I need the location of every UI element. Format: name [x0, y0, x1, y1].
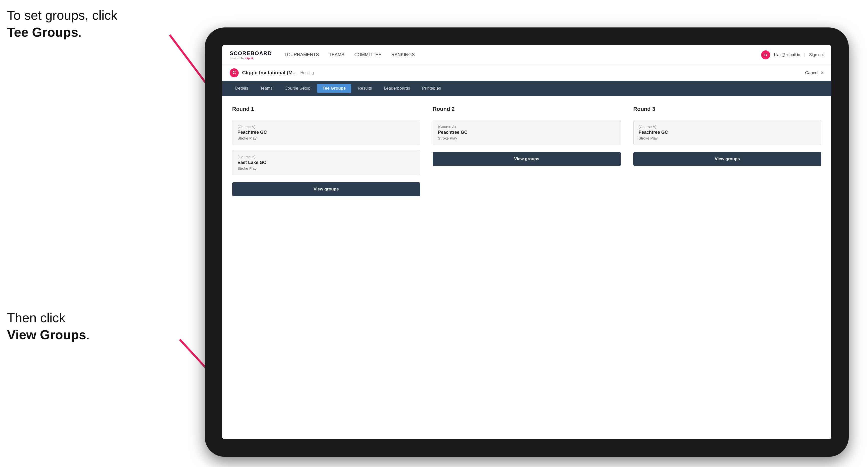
rounds-container: Round 1 (Course A) Peachtree GC Stroke P…: [232, 106, 821, 196]
round-1-section: Round 1 (Course A) Peachtree GC Stroke P…: [232, 106, 420, 196]
tab-teams[interactable]: Teams: [255, 84, 278, 93]
round-2-course-a-card: (Course A) Peachtree GC Stroke Play: [433, 120, 621, 145]
top-nav: SCOREBOARD Powered by clippit TOURNAMENT…: [222, 45, 831, 65]
tab-results[interactable]: Results: [352, 84, 377, 93]
round-3-course-a-name: Peachtree GC: [639, 130, 816, 135]
nav-rankings[interactable]: RANKINGS: [392, 52, 415, 57]
instruction-bottom-line1: Then click: [7, 311, 65, 325]
tournament-name: Clippd Invitational (M...: [242, 70, 297, 75]
user-email: blair@clippit.io: [774, 53, 800, 57]
round-1-course-a-name: Peachtree GC: [238, 130, 415, 135]
round-1-course-b-name: East Lake GC: [238, 160, 415, 165]
round-3-course-a-format: Stroke Play: [639, 136, 816, 140]
cancel-button[interactable]: Cancel ✕: [805, 70, 824, 75]
tab-printables[interactable]: Printables: [417, 84, 446, 93]
tournament-hosting: Hosting: [300, 71, 314, 75]
instruction-view-groups: View Groups: [7, 328, 86, 342]
tournament-header: C Clippd Invitational (M... Hosting Canc…: [222, 65, 831, 81]
round-1-course-a-label: (Course A): [238, 125, 415, 129]
tab-course-setup[interactable]: Course Setup: [279, 84, 316, 93]
round-2-course-a-format: Stroke Play: [438, 136, 615, 140]
round-3-course-a-label: (Course A): [639, 125, 816, 129]
round-2-course-a-name: Peachtree GC: [438, 130, 615, 135]
round-1-course-a-card: (Course A) Peachtree GC Stroke Play: [232, 120, 420, 145]
round-1-course-b-card: (Course B) East Lake GC Stroke Play: [232, 150, 420, 175]
round-2-title: Round 2: [433, 106, 621, 112]
round-3-section: Round 3 (Course A) Peachtree GC Stroke P…: [633, 106, 821, 196]
nav-right: B blair@clippit.io | Sign out: [761, 51, 824, 59]
round-2-view-groups-button[interactable]: View groups: [433, 152, 621, 166]
instruction-bottom-suffix: .: [86, 328, 90, 342]
tab-nav: Details Teams Course Setup Tee Groups Re…: [222, 81, 831, 96]
instruction-top-suffix: .: [78, 25, 82, 39]
tab-leaderboards[interactable]: Leaderboards: [378, 84, 416, 93]
round-3-course-a-card: (Course A) Peachtree GC Stroke Play: [633, 120, 821, 145]
user-avatar: B: [761, 51, 770, 59]
round-1-course-a-format: Stroke Play: [238, 136, 415, 140]
sign-out-link[interactable]: Sign out: [809, 53, 824, 57]
main-content: Round 1 (Course A) Peachtree GC Stroke P…: [222, 96, 831, 439]
tab-details[interactable]: Details: [230, 84, 254, 93]
round-1-course-b-format: Stroke Play: [238, 166, 415, 170]
logo-area: SCOREBOARD Powered by clippit: [230, 50, 272, 60]
round-1-course-b-label: (Course B): [238, 155, 415, 159]
tablet-screen: SCOREBOARD Powered by clippit TOURNAMENT…: [222, 45, 831, 439]
tournament-title: C Clippd Invitational (M... Hosting: [230, 68, 314, 77]
instruction-bottom: Then click View Groups.: [7, 310, 90, 343]
round-3-title: Round 3: [633, 106, 821, 112]
tournament-logo: C: [230, 68, 239, 77]
logo-text: SCOREBOARD: [230, 50, 272, 57]
round-3-view-groups-button[interactable]: View groups: [633, 152, 821, 166]
round-2-course-a-label: (Course A): [438, 125, 615, 129]
nav-links: TOURNAMENTS TEAMS COMMITTEE RANKINGS: [284, 52, 761, 57]
round-1-title: Round 1: [232, 106, 420, 112]
nav-committee[interactable]: COMMITTEE: [354, 52, 381, 57]
round-2-section: Round 2 (Course A) Peachtree GC Stroke P…: [433, 106, 621, 196]
logo-sub: Powered by clippit: [230, 57, 272, 60]
instruction-tee-groups: Tee Groups: [7, 25, 78, 39]
nav-tournaments[interactable]: TOURNAMENTS: [284, 52, 319, 57]
round-1-view-groups-button[interactable]: View groups: [232, 182, 420, 196]
nav-teams[interactable]: TEAMS: [329, 52, 344, 57]
tablet-bezel: SCOREBOARD Powered by clippit TOURNAMENT…: [205, 27, 849, 457]
tab-tee-groups[interactable]: Tee Groups: [317, 84, 351, 93]
